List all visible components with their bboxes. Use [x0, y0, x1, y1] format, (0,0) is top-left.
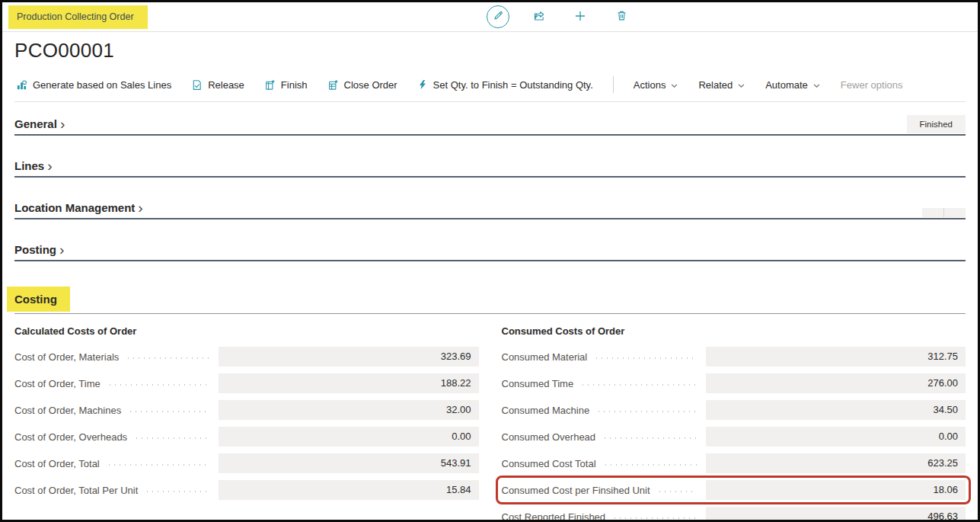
chevron-down-icon: [670, 82, 678, 90]
cost-of-order-time-field: Cost of Order, Time 188.22: [14, 373, 479, 393]
costing-content: Calculated Costs of Order Cost of Order,…: [14, 325, 966, 522]
generate-based-on-sales-lines-action[interactable]: Generate based on Sales Lines: [16, 79, 171, 91]
fewer-options-button[interactable]: Fewer options: [841, 79, 903, 91]
delete-button[interactable]: [610, 5, 633, 28]
cost-field-value[interactable]: 0.00: [219, 427, 478, 447]
consumed-costs-header: Consumed Costs of Order: [502, 325, 966, 337]
actions-menu[interactable]: Actions: [634, 79, 679, 91]
dotted-leader: [145, 491, 209, 492]
cost-field-label: Cost of Order, Time: [14, 378, 101, 389]
cost-field-value[interactable]: 0.00: [706, 427, 966, 447]
consumed-cost-per-finished-unit-field: Consumed Cost per Finsihed Unit 18.06: [502, 480, 966, 500]
consumed-material-field: Consumed Material 312.75: [502, 347, 966, 367]
action-label: Finish: [281, 79, 308, 91]
dotted-leader: [134, 437, 209, 439]
cost-of-order-total-field: Cost of Order, Total 543.91: [14, 453, 479, 473]
cost-field-value[interactable]: 18.06: [706, 480, 966, 500]
chart-bars-icon: [16, 79, 27, 91]
location-badge-from: [922, 208, 943, 217]
dotted-leader: [128, 411, 209, 412]
cost-field-label: Cost Reported Finished: [502, 511, 606, 522]
dotted-leader: [602, 437, 697, 439]
delete-trash-icon: [616, 10, 627, 24]
action-bar: Generate based on Sales Lines Release Fi…: [14, 72, 966, 102]
cost-field-label: Cost of Order, Total: [14, 458, 100, 469]
dotted-leader: [657, 491, 697, 492]
section-posting-toggle[interactable]: Posting ›: [14, 243, 64, 260]
dotted-leader: [596, 411, 697, 412]
cost-field-value[interactable]: 32.00: [219, 400, 478, 420]
consumed-costs-rows: Consumed Material 312.75 Consumed Time 2…: [502, 347, 966, 522]
dotted-leader: [612, 517, 697, 519]
chevron-right-icon: ›: [138, 203, 142, 213]
action-label: Close Order: [344, 79, 397, 91]
section-location-badges: [922, 208, 966, 217]
related-menu[interactable]: Related: [698, 79, 745, 91]
cost-field-value[interactable]: 188.22: [219, 373, 478, 393]
cost-of-order-overheads-field: Cost of Order, Overheads 0.00: [14, 427, 479, 447]
cost-of-order-materials-field: Cost of Order, Materials 323.69: [14, 347, 479, 367]
dotted-leader: [107, 464, 209, 466]
cost-field-value[interactable]: 276.00: [706, 373, 966, 393]
chevron-down-icon: [812, 82, 821, 90]
cost-field-label: Cost of Order, Machines: [14, 405, 121, 416]
cost-field-value[interactable]: 543.91: [219, 453, 478, 473]
cost-field-value[interactable]: 15.84: [219, 480, 478, 500]
action-bar-separator: [613, 76, 614, 93]
automate-menu[interactable]: Automate: [765, 79, 821, 91]
section-posting: Posting ›: [14, 243, 966, 261]
calculated-costs-column: Calculated Costs of Order Cost of Order,…: [14, 325, 479, 522]
section-costing-label-highlighted: Costing: [7, 287, 70, 312]
cost-field-value[interactable]: 623.25: [706, 453, 966, 473]
dotted-leader: [580, 384, 697, 386]
set-qty-to-finish-action[interactable]: Set Qty. to Finish = Outstanding Qty.: [417, 79, 593, 91]
consumed-cost-total-field: Consumed Cost Total 623.25: [502, 453, 966, 473]
cost-field-label: Consumed Machine: [502, 405, 590, 416]
section-costing: Costing: [14, 287, 966, 314]
app-window: Production Collecting Order PCO00001 Gen…: [0, 0, 980, 522]
production-collecting-order-page: Production Collecting Order PCO00001 Gen…: [2, 2, 978, 522]
chevron-right-icon: ›: [60, 120, 65, 129]
section-general-toggle[interactable]: General ›: [14, 117, 65, 134]
consumed-time-field: Consumed Time 276.00: [502, 373, 966, 393]
section-general: General › Finished: [14, 115, 966, 136]
top-caption-bar: Production Collecting Order: [2, 2, 978, 32]
cost-field-label: Cost of Order, Overheads: [14, 431, 127, 443]
section-general-badges: Finished: [907, 115, 966, 133]
consumed-overhead-field: Consumed Overhead 0.00: [502, 427, 966, 447]
cost-field-label: Consumed Cost Total: [502, 458, 596, 469]
dotted-leader: [594, 357, 696, 359]
command-bar: [487, 5, 633, 28]
cost-field-value[interactable]: 496.63: [706, 507, 966, 522]
finish-action[interactable]: Finish: [264, 79, 308, 91]
cost-field-value[interactable]: 312.75: [706, 347, 966, 367]
cost-field-value[interactable]: 34.50: [706, 400, 966, 420]
page-title: PCO00001: [14, 39, 966, 62]
new-button[interactable]: [569, 5, 592, 28]
edit-button[interactable]: [487, 5, 509, 28]
status-badge-finished: Finished: [907, 115, 966, 133]
share-button[interactable]: [528, 5, 551, 28]
section-location-management-toggle[interactable]: Location Management ›: [14, 201, 143, 218]
lightning-icon: [417, 79, 428, 90]
menu-label: Automate: [765, 79, 808, 91]
cost-reported-finished-field: Cost Reported Finished 496.63: [502, 507, 966, 522]
page-caption: Production Collecting Order: [8, 5, 148, 29]
chevron-down-icon: [737, 82, 745, 90]
cost-field-label: Consumed Overhead: [502, 431, 596, 443]
section-lines: Lines ›: [14, 159, 966, 178]
cost-field-label: Consumed Cost per Finsihed Unit: [502, 485, 650, 496]
release-action[interactable]: Release: [191, 79, 244, 91]
section-costing-toggle[interactable]: Costing: [14, 287, 70, 313]
menu-label: Actions: [634, 79, 666, 91]
calculated-costs-rows: Cost of Order, Materials 323.69 Cost of …: [14, 347, 479, 500]
section-lines-toggle[interactable]: Lines ›: [14, 159, 53, 176]
edit-pencil-icon: [493, 10, 504, 24]
action-label: Release: [208, 79, 244, 91]
close-order-action[interactable]: Close Order: [327, 79, 397, 91]
doc-plus-icon: [264, 79, 276, 91]
dotted-leader: [107, 384, 209, 386]
cost-field-label: Consumed Material: [502, 351, 588, 363]
cost-field-value[interactable]: 323.69: [219, 347, 478, 367]
doc-grid-plus-icon: [327, 79, 339, 91]
